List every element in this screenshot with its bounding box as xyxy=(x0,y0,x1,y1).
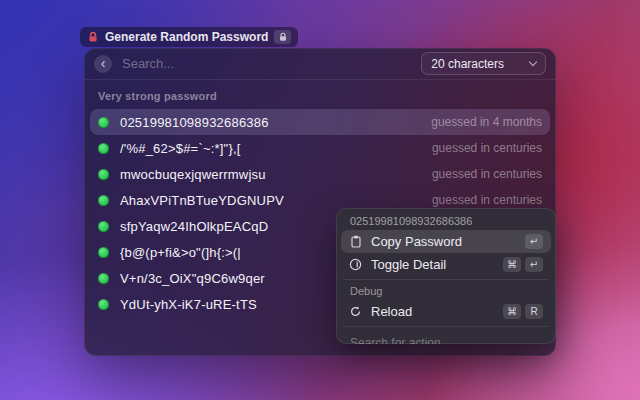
back-chevron-icon: ‹ xyxy=(101,56,106,70)
password-text: AhaxVPiTnBTueYDGNUPV xyxy=(120,193,284,208)
action-reload[interactable]: Reload ⌘ R xyxy=(341,300,551,323)
clipboard-icon xyxy=(349,235,362,248)
key-command: ⌘ xyxy=(503,304,521,319)
crack-time-label: guessed in centuries xyxy=(432,193,542,207)
strength-dot-icon xyxy=(98,195,109,206)
strength-dot-icon xyxy=(98,117,109,128)
shortcut-keys: ⌘ R xyxy=(503,304,543,319)
extension-lock-icon xyxy=(87,31,99,43)
password-text: YdUt-yhX-iK7-uRE-tTS xyxy=(120,297,257,312)
character-count-dropdown[interactable]: 20 characters xyxy=(421,52,546,75)
dropdown-value: 20 characters xyxy=(431,57,504,71)
password-text: mwocbuqexjqwerrmwjsu xyxy=(120,167,266,182)
password-text: sfpYaqw24IhOlkpEACqD xyxy=(120,219,268,234)
command-chip[interactable]: Generate Random Password xyxy=(80,27,298,47)
password-row[interactable]: /'%#_62>$#=`~:*]"},[ guessed in centurie… xyxy=(90,135,550,161)
strength-dot-icon xyxy=(98,143,109,154)
search-input[interactable] xyxy=(122,56,421,71)
panel-divider xyxy=(343,326,549,327)
shortcut-keys: ⌘ ↵ xyxy=(503,257,543,272)
back-button[interactable]: ‹ xyxy=(94,55,112,73)
password-text: 02519981098932686386 xyxy=(120,115,269,130)
action-label: Reload xyxy=(371,304,412,319)
password-text: /'%#_62>$#=`~:*]"},[ xyxy=(120,141,241,156)
action-label: Copy Password xyxy=(371,234,462,249)
crack-time-label: guessed in 4 months xyxy=(431,115,542,129)
password-text: {b@(p+fi&>o"(]h{:>(| xyxy=(120,245,241,260)
action-toggle-detail[interactable]: Toggle Detail ⌘ ↵ xyxy=(341,253,551,276)
shortcut-keys: ↵ xyxy=(525,234,543,249)
desktop-background: Generate Random Password ‹ 20 characters… xyxy=(0,0,640,400)
toggle-detail-icon xyxy=(349,258,362,271)
crack-time-label: guessed in centuries xyxy=(432,167,542,181)
strength-dot-icon xyxy=(98,273,109,284)
password-text: V+n/3c_OiX"q9C6w9qer xyxy=(120,271,265,286)
key-return: ↵ xyxy=(525,257,543,272)
key-return: ↵ xyxy=(525,234,543,249)
password-row[interactable]: 02519981098932686386 guessed in 4 months xyxy=(90,109,550,135)
key-r: R xyxy=(525,304,543,319)
reload-icon xyxy=(349,305,362,318)
key-command: ⌘ xyxy=(503,257,521,272)
section-title: Very strong password xyxy=(90,88,550,109)
action-search-input[interactable] xyxy=(341,330,551,344)
panel-divider xyxy=(343,279,549,280)
strength-dot-icon xyxy=(98,299,109,310)
command-chip-title: Generate Random Password xyxy=(105,30,268,44)
password-row[interactable]: mwocbuqexjqwerrmwjsu guessed in centurie… xyxy=(90,161,550,187)
action-panel: 02519981098932686386 Copy Password ↵ Tog… xyxy=(336,208,556,344)
action-copy-password[interactable]: Copy Password ↵ xyxy=(341,230,551,253)
command-chip-lock-badge xyxy=(274,30,291,44)
lock-icon xyxy=(278,32,288,42)
window-header: ‹ 20 characters xyxy=(84,48,556,80)
chevron-down-icon xyxy=(529,58,537,66)
debug-section-title: Debug xyxy=(341,283,551,300)
strength-dot-icon xyxy=(98,169,109,180)
action-panel-title: 02519981098932686386 xyxy=(341,211,551,230)
action-label: Toggle Detail xyxy=(371,257,446,272)
strength-dot-icon xyxy=(98,221,109,232)
strength-dot-icon xyxy=(98,247,109,258)
crack-time-label: guessed in centuries xyxy=(432,141,542,155)
